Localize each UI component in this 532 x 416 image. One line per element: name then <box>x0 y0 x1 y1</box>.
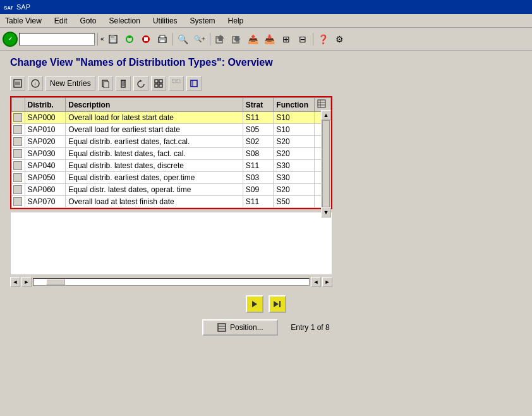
row-selector-cell[interactable] <box>12 172 25 184</box>
vertical-scrollbar[interactable]: ▲ ▼ <box>321 110 331 217</box>
undo-icon[interactable] <box>133 76 148 91</box>
position-area: Position... Entry 1 of 8 <box>5 319 527 336</box>
row-selector[interactable] <box>13 113 22 122</box>
col-header-desc[interactable]: Description <box>66 98 243 112</box>
menu-system[interactable]: System <box>188 15 218 27</box>
stop-icon[interactable] <box>138 32 154 47</box>
settings-icon[interactable]: ⚙ <box>332 32 348 47</box>
export-icon[interactable] <box>213 32 228 47</box>
cell-distrib: SAP030 <box>25 148 66 160</box>
svg-rect-29 <box>155 80 158 83</box>
row-selector-cell[interactable] <box>12 124 25 136</box>
table-row[interactable]: SAP030Equal distrib. latest dates, fact.… <box>12 148 331 160</box>
table-row[interactable]: SAP050Equal distrib. earliest dates, ope… <box>12 172 331 184</box>
hscroll-thumb[interactable] <box>46 279 65 285</box>
row-selector-cell[interactable] <box>12 196 25 208</box>
menu-edit[interactable]: Edit <box>52 15 70 27</box>
table-row[interactable]: SAP070Overall load at latest finish date… <box>12 196 331 208</box>
copy-row-icon[interactable] <box>98 76 113 91</box>
hscroll-far-right-btn[interactable]: ► <box>322 277 332 287</box>
save-icon[interactable] <box>106 32 121 47</box>
svg-text:SAP: SAP <box>4 5 13 11</box>
refresh-icon[interactable] <box>122 32 137 47</box>
help-icon[interactable]: ❓ <box>316 32 331 47</box>
new-entries-button[interactable]: New Entries <box>45 76 95 91</box>
row-selector[interactable] <box>13 149 22 158</box>
cell-description: Overall load for earliest start date <box>66 124 243 136</box>
cell-strat: S09 <box>243 184 274 196</box>
row-selector-cell[interactable] <box>12 160 25 172</box>
info-icon[interactable]: i <box>28 76 43 91</box>
svg-rect-37 <box>318 100 325 107</box>
print-icon[interactable] <box>155 32 170 47</box>
col-header-strat[interactable]: Strat <box>243 98 274 112</box>
menu-goto[interactable]: Goto <box>78 15 99 27</box>
table-row[interactable]: SAP020Equal distrib. earliest dates, fac… <box>12 136 331 148</box>
position-button[interactable]: Position... <box>202 319 278 336</box>
cell-distrib: SAP020 <box>25 136 66 148</box>
row-selector-cell[interactable] <box>12 136 25 148</box>
separator-2 <box>172 33 173 46</box>
hscroll-track[interactable] <box>33 278 310 286</box>
row-selector[interactable] <box>13 197 22 206</box>
cell-description: Equal distr. latest dates, operat. time <box>66 184 243 196</box>
details-icon[interactable] <box>10 76 25 91</box>
nav-next-page-btn[interactable] <box>269 295 286 313</box>
row-selector[interactable] <box>13 125 22 134</box>
menu-utilities[interactable]: Utilities <box>150 15 180 27</box>
row-selector-cell[interactable] <box>12 148 25 160</box>
nav-prev-icon[interactable]: « <box>100 35 104 42</box>
secondary-toolbar: i New Entries <box>5 76 527 91</box>
cell-distrib: SAP060 <box>25 184 66 196</box>
delete-icon[interactable] <box>116 76 131 91</box>
svg-rect-8 <box>144 37 148 41</box>
scroll-track[interactable] <box>322 120 330 207</box>
menu-help[interactable]: Help <box>226 15 246 27</box>
col-header-func[interactable]: Function <box>274 98 315 112</box>
menu-selection[interactable]: Selection <box>107 15 143 27</box>
table-header-row: Distrib. Description Strat Function <box>12 98 331 112</box>
hscroll-left-btn[interactable]: ◄ <box>10 277 20 287</box>
svg-marker-28 <box>140 80 142 82</box>
menu-table-view[interactable]: Table View <box>3 15 44 27</box>
row-selector[interactable] <box>13 161 22 170</box>
cell-distrib: SAP040 <box>25 160 66 172</box>
row-selector[interactable] <box>13 137 22 146</box>
expand-icon[interactable]: ⊞ <box>279 32 294 47</box>
scroll-down-btn[interactable]: ▼ <box>321 207 331 217</box>
upload-icon[interactable]: 📤 <box>246 32 261 47</box>
svg-rect-35 <box>191 80 197 87</box>
cell-function: S30 <box>274 160 315 172</box>
nav-forward-btn[interactable] <box>246 295 263 313</box>
svg-rect-23 <box>104 82 109 88</box>
deselect-icon[interactable] <box>169 76 184 91</box>
collapse-icon[interactable]: ⊟ <box>295 32 310 47</box>
download-icon[interactable]: 📥 <box>262 32 277 47</box>
table-row[interactable]: SAP060Equal distr. latest dates, operat.… <box>12 184 331 196</box>
refresh2-icon[interactable] <box>186 76 202 91</box>
cell-strat: S02 <box>243 136 274 148</box>
table-row[interactable]: SAP040Equal distrib. latest dates, discr… <box>12 160 331 172</box>
row-selector-cell[interactable] <box>12 184 25 196</box>
row-selector-cell[interactable] <box>12 112 25 124</box>
command-input[interactable] <box>19 33 95 46</box>
data-table: Distrib. Description Strat Function SAP0… <box>11 97 331 208</box>
find-icon[interactable]: 🔍 <box>176 32 191 47</box>
row-selector[interactable] <box>13 185 22 194</box>
scroll-up-btn[interactable]: ▲ <box>321 110 331 120</box>
svg-rect-32 <box>159 84 162 87</box>
table-row[interactable]: SAP000Overall load for latest start date… <box>12 112 331 124</box>
hscroll-right-btn[interactable]: ◄ <box>311 277 321 287</box>
sap-check-icon[interactable]: ✓ <box>3 32 18 47</box>
select-all-icon[interactable] <box>151 76 166 91</box>
import-icon[interactable] <box>229 32 245 47</box>
page-title: Change View "Names of Distribution Types… <box>5 54 527 71</box>
col-header-distrib[interactable]: Distrib. <box>25 98 66 112</box>
cell-description: Equal distrib. earliest dates, fact.cal. <box>66 136 243 148</box>
cell-description: Equal distrib. earliest dates, oper.time <box>66 172 243 184</box>
hscroll-right-small-btn[interactable]: ► <box>21 277 32 287</box>
row-selector[interactable] <box>13 173 22 182</box>
cell-function: S30 <box>274 172 315 184</box>
table-row[interactable]: SAP010Overall load for earliest start da… <box>12 124 331 136</box>
find-next-icon[interactable]: 🔍+ <box>192 32 207 47</box>
